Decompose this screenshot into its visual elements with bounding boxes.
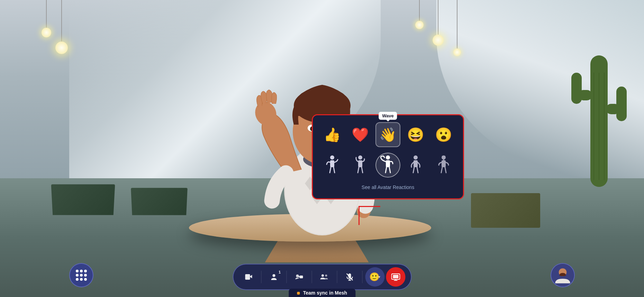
sep-5 (362, 271, 362, 283)
chair-2 (131, 188, 188, 215)
apps-button[interactable] (69, 263, 93, 287)
svg-rect-6 (571, 73, 582, 104)
svg-point-29 (386, 155, 390, 160)
status-dot (297, 292, 300, 295)
share-screen-btn[interactable] (386, 267, 405, 287)
svg-rect-28 (358, 160, 362, 167)
mute-btn[interactable] (340, 267, 359, 287)
wave-btn[interactable]: Wave 👋 (375, 122, 400, 147)
svg-rect-8 (616, 87, 627, 121)
ceiling-light-5 (453, 0, 461, 56)
bottom-toolbar: 1 (233, 264, 411, 290)
avatar-pose-5-btn[interactable] (431, 153, 456, 178)
wave-tooltip: Wave (379, 112, 397, 120)
surprised-btn[interactable]: 😮 (431, 122, 456, 147)
avatar-pose-2-btn[interactable] (348, 153, 373, 178)
svg-rect-26 (330, 160, 334, 167)
svg-point-25 (330, 155, 334, 160)
toolbar-pill: 1 (233, 264, 411, 290)
status-label: Team sync in Mesh (303, 290, 347, 296)
svg-point-39 (325, 274, 327, 277)
heart-btn[interactable]: ❤️ (348, 122, 373, 147)
people-btn[interactable]: 1 (264, 267, 283, 287)
thumbs-up-btn[interactable]: 👍 (320, 122, 345, 147)
reactions-popup: 👍 ❤️ Wave 👋 😆 😮 (312, 114, 464, 199)
bench-right (471, 193, 540, 228)
avatar-settings-btn[interactable] (315, 267, 334, 287)
camera-btn[interactable] (239, 267, 258, 287)
camera-icon (244, 273, 253, 281)
ceiling-light-1 (42, 0, 51, 37)
avatar-cam-btn[interactable] (289, 267, 309, 287)
see-all-reactions[interactable]: See all Avatar Reactions (320, 183, 456, 191)
svg-rect-45 (393, 275, 398, 278)
status-bar: Team sync in Mesh (289, 289, 355, 297)
ceiling-light-3 (415, 0, 424, 29)
my-avatar-button[interactable] (551, 263, 575, 287)
laugh-btn[interactable]: 😆 (403, 122, 428, 147)
avatar-preview (551, 263, 574, 287)
sep-1 (261, 271, 261, 283)
sep-4 (337, 271, 337, 283)
popup-connector-line (359, 206, 360, 225)
grid-icon (76, 270, 87, 281)
svg-rect-34 (442, 160, 446, 167)
svg-rect-30 (386, 160, 390, 167)
avatar-cam-icon (294, 273, 303, 281)
cactus (564, 21, 634, 194)
popup-connector-corner (359, 206, 380, 207)
mute-icon (346, 273, 353, 281)
share-screen-icon (391, 273, 400, 281)
svg-rect-32 (414, 160, 418, 167)
avatar-pose-4-btn[interactable] (403, 153, 428, 178)
svg-point-36 (296, 274, 299, 277)
ceiling-light-4 (433, 0, 444, 46)
sep-2 (286, 271, 287, 283)
avatar-pose-3-btn[interactable] (375, 153, 400, 178)
emoji-react-btn[interactable]: 🙂 ▾ (365, 267, 384, 287)
avatar-settings-icon (320, 273, 329, 281)
svg-point-31 (414, 155, 418, 160)
svg-point-35 (272, 274, 275, 277)
avatar-pose-1-btn[interactable] (320, 153, 345, 178)
emoji-reactions-row: 👍 ❤️ Wave 👋 😆 😮 (320, 122, 456, 147)
svg-rect-37 (299, 276, 303, 278)
people-icon (270, 273, 278, 281)
svg-point-27 (358, 155, 362, 160)
svg-point-38 (321, 274, 324, 277)
ceiling-light-2 (55, 0, 68, 54)
chair-1 (51, 184, 115, 215)
avatar-reactions-row (320, 153, 456, 178)
emoji-dropdown-arrow: ▾ (378, 274, 380, 279)
sep-3 (311, 271, 312, 283)
people-count: 1 (279, 270, 281, 274)
